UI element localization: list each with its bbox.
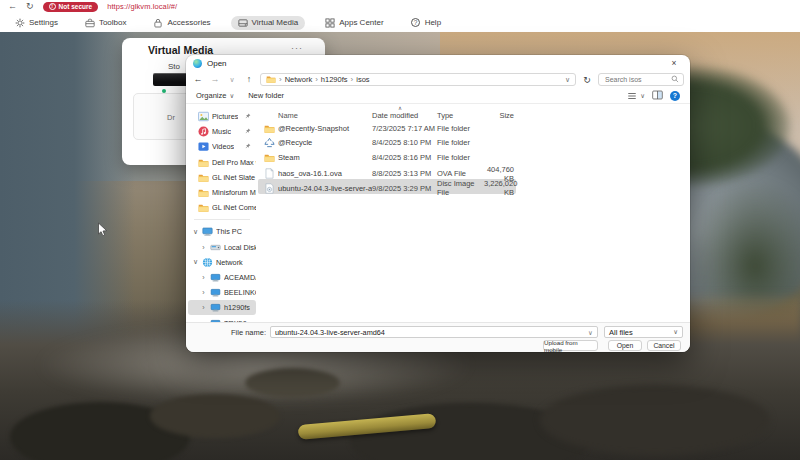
nav-forward-icon[interactable]: → — [209, 75, 221, 84]
open-button[interactable]: Open — [608, 340, 642, 351]
music-icon — [198, 126, 209, 137]
close-icon[interactable]: × — [665, 56, 683, 70]
menu-item-virtual-media[interactable]: Virtual Media — [231, 16, 306, 30]
file-row-haos-ova-16-1-ova[interactable]: haos_ova-16.1.ova8/8/2025 3:13 PMOVA Fil… — [258, 165, 516, 180]
nav-up-icon[interactable]: ↑ — [243, 75, 255, 84]
menu-item-settings[interactable]: Settings — [8, 16, 65, 30]
menu-item-help[interactable]: ?Help — [404, 16, 448, 30]
search-icon — [671, 75, 679, 85]
grid-icon — [325, 18, 335, 28]
sidebar-item-label: This PC — [216, 227, 242, 236]
breadcrumb-segment-isos[interactable]: isos — [356, 75, 369, 84]
chevron-down-icon: ∨ — [229, 92, 234, 100]
pictures-icon — [198, 111, 209, 122]
security-badge[interactable]: ! Not secure — [43, 2, 99, 12]
dialog-body: PicturesMusicVideosDell Pro Max witGL iN… — [186, 104, 690, 322]
sidebar-item-dell-pro-max-wit[interactable]: Dell Pro Max wit — [188, 155, 256, 170]
nav-back-icon[interactable]: ← — [192, 75, 204, 84]
sidebar-item-label: h1290fs — [224, 303, 250, 312]
organize-button[interactable]: Organize ∨ — [196, 91, 234, 100]
sidebar-item-label: Videos — [212, 142, 234, 151]
dialog-footer: File name: ∨ All files ∨ Upload from mob… — [186, 322, 690, 352]
file-icon — [264, 168, 275, 179]
new-folder-button[interactable]: New folder — [248, 91, 284, 100]
sidebar-item-this-pc[interactable]: ∨This PC — [188, 224, 256, 239]
sidebar-item-label: Minisforum MS- — [212, 188, 256, 197]
sidebar-item-gl-inet-slate-7[interactable]: GL iNet Slate 7 — [188, 170, 256, 185]
file-type: File folder — [437, 124, 484, 133]
menu-item-toolbox[interactable]: Toolbox — [78, 16, 134, 30]
screen: ← ↻ ! Not secure https://glkvm.local/#/ … — [0, 0, 800, 460]
chevron-expanded-icon[interactable]: ∨ — [192, 258, 199, 266]
sidebar-item-aceamdaistr[interactable]: ›ACEAMDAISTR — [188, 270, 256, 285]
file-row-recently-snapshot[interactable]: @Recently-Snapshot7/23/2025 7:17 AMFile … — [258, 121, 516, 136]
menu-item-label: Help — [425, 18, 441, 27]
sidebar-item-music[interactable]: Music — [188, 124, 256, 139]
file-type-select[interactable]: All files ∨ — [604, 326, 683, 338]
sidebar-item-label: Dell Pro Max wit — [212, 158, 256, 167]
gear-icon — [15, 18, 25, 28]
sidebar-item-minisforum-ms[interactable]: Minisforum MS- — [188, 185, 256, 200]
sort-ascending-icon: ∧ — [398, 105, 402, 111]
refresh-icon[interactable]: ↻ — [581, 75, 593, 85]
breadcrumb-segment-network[interactable]: Network — [285, 75, 313, 84]
browser-back-icon[interactable]: ← — [8, 2, 17, 11]
file-name: ubuntu-24.04.3-live-server-amd64 — [278, 184, 372, 193]
dropzone-label: Dr — [167, 113, 175, 122]
column-headers: NameDate modifiedTypeSize — [258, 109, 690, 121]
pin-icon — [245, 142, 251, 151]
help-icon[interactable]: ? — [670, 91, 680, 101]
toolbox-icon — [85, 18, 95, 28]
sidebar-item-pictures[interactable]: Pictures — [188, 109, 256, 124]
sidebar-item-h1290fs[interactable]: ›h1290fs — [188, 300, 256, 315]
pin-icon — [245, 127, 251, 136]
preview-pane-icon[interactable] — [652, 90, 663, 102]
view-mode-button[interactable]: ∨ — [627, 91, 645, 101]
folder-icon — [198, 202, 209, 213]
nav-recent-icon[interactable]: ∨ — [226, 76, 238, 83]
breadcrumb-segment-h1290fs[interactable]: h1290fs — [321, 75, 348, 84]
sidebar-item-gl-inet-comet-f[interactable]: GL iNet Comet F — [188, 200, 256, 215]
search-box — [598, 73, 684, 86]
column-header-name[interactable]: Name — [278, 111, 372, 120]
cancel-button[interactable]: Cancel — [647, 340, 681, 351]
more-options-icon[interactable]: ··· — [291, 43, 303, 53]
menu-item-accessories[interactable]: Accessories — [146, 16, 217, 30]
videos-icon — [198, 141, 209, 152]
chevron-expanded-icon[interactable]: ∨ — [192, 228, 199, 236]
dialog-titlebar[interactable]: Open × — [186, 55, 690, 71]
file-list-area: ∧ NameDate modifiedTypeSize @Recently-Sn… — [258, 104, 690, 322]
network-pc-icon — [210, 272, 221, 283]
menu-item-label: Apps Center — [339, 18, 383, 27]
address-dropdown-icon[interactable]: ∨ — [565, 76, 570, 84]
chevron-collapsed-icon[interactable]: › — [200, 274, 207, 281]
column-header-size[interactable]: Size — [484, 111, 514, 120]
storage-label: Sto — [168, 62, 180, 71]
browser-refresh-icon[interactable]: ↻ — [26, 2, 34, 11]
chevron-collapsed-icon[interactable]: › — [200, 244, 207, 251]
file-name-input[interactable] — [270, 326, 598, 338]
url-text[interactable]: https://glkvm.local/#/ — [107, 2, 177, 11]
search-input[interactable] — [603, 75, 671, 84]
address-bar[interactable]: ›Network›h1290fs›isos∨ — [260, 73, 576, 86]
chevron-collapsed-icon[interactable]: › — [200, 289, 207, 296]
file-date-modified: 8/4/2025 8:16 PM — [372, 153, 437, 162]
sidebar-item-local-disk-c[interactable]: ›Local Disk (C:) — [188, 240, 256, 255]
upload-from-mobile-button[interactable]: Upload from mobile — [543, 340, 598, 351]
file-row-ubuntu-24-04-3-live-server-amd64[interactable]: ubuntu-24.04.3-live-server-amd649/8/2025… — [258, 179, 516, 194]
chevron-collapsed-icon[interactable]: › — [200, 304, 207, 311]
breadcrumb-separator-icon: › — [351, 75, 354, 84]
folder-icon — [198, 187, 209, 198]
file-name-dropdown-icon[interactable]: ∨ — [588, 329, 593, 337]
sidebar-item-network[interactable]: ∨Network — [188, 255, 256, 270]
file-name: haos_ova-16.1.ova — [278, 169, 372, 178]
wallpaper-rock — [150, 394, 280, 438]
sidebar-item-beelinkgtr9p[interactable]: ›BEELINKGTR9P — [188, 285, 256, 300]
menu-item-apps-center[interactable]: Apps Center — [318, 16, 390, 30]
sidebar-item-videos[interactable]: Videos — [188, 139, 256, 154]
file-row-steam[interactable]: Steam8/4/2025 8:16 PMFile folder — [258, 150, 516, 165]
question-icon: ? — [411, 18, 421, 28]
column-header-date-modified[interactable]: Date modified — [372, 111, 437, 120]
file-row-recycle[interactable]: @Recycle8/4/2025 8:10 PMFile folder — [258, 136, 516, 151]
column-header-type[interactable]: Type — [437, 111, 484, 120]
